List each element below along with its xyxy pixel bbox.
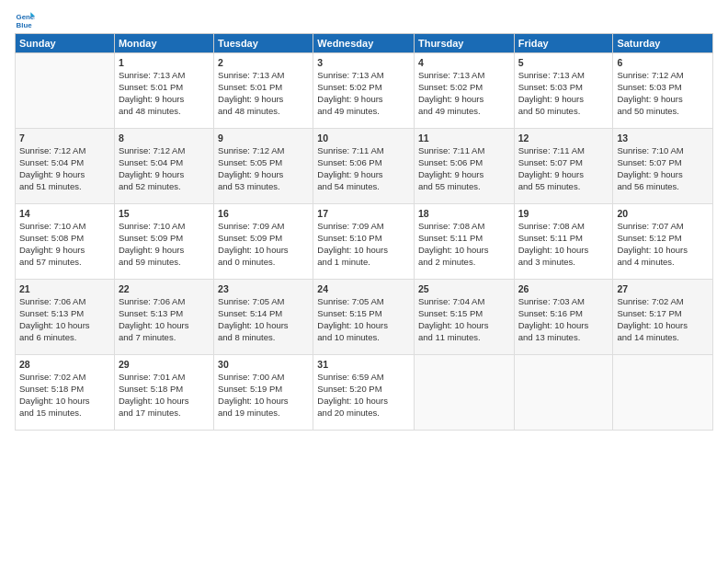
calendar-cell-4-2: 30Sunrise: 7:00 AMSunset: 5:19 PMDayligh… [214,355,313,431]
cell-line: Daylight: 10 hours [418,320,510,332]
cell-line: Daylight: 9 hours [19,169,110,181]
svg-text:Blue: Blue [17,21,33,29]
calendar-header: SundayMondayTuesdayWednesdayThursdayFrid… [16,34,713,53]
cell-line: Sunrise: 7:09 AM [218,221,309,233]
cell-line: and 1 minute. [317,257,410,269]
cell-line: Sunset: 5:07 PM [617,157,709,169]
cell-line: Sunrise: 7:11 AM [418,145,510,157]
cell-line: and 48 minutes. [218,106,309,118]
calendar-cell-2-1: 15Sunrise: 7:10 AMSunset: 5:09 PMDayligh… [114,204,213,280]
cell-line: Sunrise: 7:02 AM [19,372,110,384]
cell-line: Daylight: 10 hours [19,396,110,408]
page: General Blue SundayMondayTuesdayWednesda… [0,0,728,563]
calendar-cell-1-2: 9Sunrise: 7:12 AMSunset: 5:05 PMDaylight… [214,129,313,204]
day-number: 5 [518,56,609,69]
calendar-cell-1-6: 13Sunrise: 7:10 AMSunset: 5:07 PMDayligh… [613,129,713,204]
calendar-cell-4-3: 31Sunrise: 6:59 AMSunset: 5:20 PMDayligh… [313,355,415,431]
calendar-cell-2-2: 16Sunrise: 7:09 AMSunset: 5:09 PMDayligh… [214,204,313,280]
cell-line: Sunset: 5:20 PM [317,384,410,396]
logo: General Blue [15,9,37,29]
calendar-cell-2-0: 14Sunrise: 7:10 AMSunset: 5:08 PMDayligh… [16,204,115,280]
calendar-cell-3-4: 25Sunrise: 7:04 AMSunset: 5:15 PMDayligh… [414,280,514,355]
day-number: 17 [317,207,410,220]
cell-line: and 6 minutes. [19,332,110,344]
calendar-cell-3-5: 26Sunrise: 7:03 AMSunset: 5:16 PMDayligh… [514,280,613,355]
calendar-cell-4-1: 29Sunrise: 7:01 AMSunset: 5:18 PMDayligh… [114,355,213,431]
calendar-cell-3-2: 23Sunrise: 7:05 AMSunset: 5:14 PMDayligh… [214,280,313,355]
calendar-cell-0-2: 2Sunrise: 7:13 AMSunset: 5:01 PMDaylight… [214,53,313,129]
cell-line: Sunrise: 7:05 AM [218,296,309,308]
cell-line: Sunset: 5:18 PM [19,384,110,396]
calendar-cell-0-0 [16,53,115,129]
cell-line: Daylight: 10 hours [518,245,609,257]
calendar-cell-0-4: 4Sunrise: 7:13 AMSunset: 5:02 PMDaylight… [414,53,514,129]
calendar-row-2: 14Sunrise: 7:10 AMSunset: 5:08 PMDayligh… [16,204,713,280]
cell-line: Daylight: 10 hours [317,396,410,408]
cell-line: Sunset: 5:18 PM [119,384,210,396]
calendar-row-3: 21Sunrise: 7:06 AMSunset: 5:13 PMDayligh… [16,280,713,355]
cell-line: and 10 minutes. [317,332,410,344]
cell-line: Sunrise: 7:06 AM [119,296,210,308]
cell-line: Sunrise: 7:13 AM [518,70,609,82]
cell-line: and 50 minutes. [518,106,609,118]
calendar-cell-0-5: 5Sunrise: 7:13 AMSunset: 5:03 PMDaylight… [514,53,613,129]
cell-line: Sunset: 5:19 PM [218,384,309,396]
calendar-cell-2-5: 19Sunrise: 7:08 AMSunset: 5:11 PMDayligh… [514,204,613,280]
cell-line: and 19 minutes. [218,408,309,419]
cell-line: and 17 minutes. [119,408,210,419]
cell-line: and 2 minutes. [418,257,510,269]
day-number: 26 [518,282,609,295]
cell-line: Sunrise: 7:08 AM [418,221,510,233]
cell-line: Sunrise: 7:10 AM [19,221,110,233]
cell-line: and 15 minutes. [19,408,110,419]
cell-line: Daylight: 10 hours [617,245,709,257]
calendar-cell-3-0: 21Sunrise: 7:06 AMSunset: 5:13 PMDayligh… [16,280,115,355]
cell-line: and 8 minutes. [218,332,309,344]
calendar-cell-3-3: 24Sunrise: 7:05 AMSunset: 5:15 PMDayligh… [313,280,415,355]
cell-line: Daylight: 9 hours [518,94,609,106]
cell-line: Daylight: 9 hours [119,94,210,106]
cell-line: Sunset: 5:04 PM [119,157,210,169]
calendar-row-1: 7Sunrise: 7:12 AMSunset: 5:04 PMDaylight… [16,129,713,204]
cell-line: Sunset: 5:06 PM [317,157,410,169]
cell-line: and 52 minutes. [119,181,210,193]
day-number: 27 [617,282,709,295]
cell-line: Daylight: 10 hours [218,320,309,332]
cell-line: and 3 minutes. [518,257,609,269]
cell-line: Daylight: 10 hours [119,320,210,332]
day-number: 9 [218,132,309,144]
cell-line: Sunset: 5:11 PM [418,233,510,245]
cell-line: Sunrise: 7:12 AM [19,145,110,157]
cell-line: Sunrise: 7:13 AM [418,70,510,82]
day-number: 22 [119,282,210,295]
cell-line: Sunset: 5:03 PM [518,82,609,94]
cell-line: and 50 minutes. [617,106,709,118]
cell-line: and 0 minutes. [218,257,309,269]
cell-line: and 13 minutes. [518,332,609,344]
calendar-row-0: 1Sunrise: 7:13 AMSunset: 5:01 PMDaylight… [16,53,713,129]
calendar-cell-2-6: 20Sunrise: 7:07 AMSunset: 5:12 PMDayligh… [613,204,713,280]
cell-line: Sunrise: 7:04 AM [418,296,510,308]
cell-line: Sunset: 5:11 PM [518,233,609,245]
cell-line: Daylight: 9 hours [617,94,709,106]
cell-line: Sunrise: 7:11 AM [317,145,410,157]
cell-line: Sunset: 5:15 PM [317,308,410,320]
cell-line: Sunrise: 7:13 AM [119,70,210,82]
day-number: 10 [317,132,410,144]
cell-line: Sunset: 5:09 PM [119,233,210,245]
cell-line: Daylight: 9 hours [418,169,510,181]
cell-line: Sunset: 5:03 PM [617,82,709,94]
day-number: 12 [518,132,609,144]
calendar-cell-1-4: 11Sunrise: 7:11 AMSunset: 5:06 PMDayligh… [414,129,514,204]
cell-line: and 7 minutes. [119,332,210,344]
day-number: 21 [19,282,110,295]
cell-line: Sunrise: 7:06 AM [19,296,110,308]
cell-line: Sunset: 5:12 PM [617,233,709,245]
day-number: 29 [119,358,210,371]
cell-line: Daylight: 10 hours [317,320,410,332]
cell-line: Sunset: 5:09 PM [218,233,309,245]
day-number: 11 [418,132,510,144]
cell-line: Sunset: 5:13 PM [19,308,110,320]
day-number: 31 [317,358,410,371]
cell-line: Sunset: 5:16 PM [518,308,609,320]
